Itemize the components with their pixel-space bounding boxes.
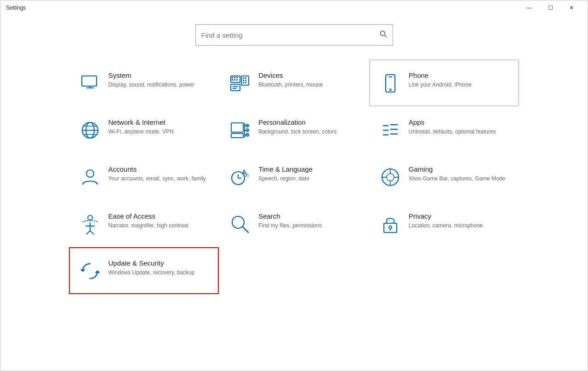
svg-rect-19 bbox=[231, 84, 240, 91]
svg-line-60 bbox=[86, 231, 90, 234]
devices-desc: Bluetooth, printers, mouse bbox=[258, 81, 359, 89]
network-title: Network & Internet bbox=[108, 118, 209, 126]
phone-title: Phone bbox=[409, 71, 509, 79]
gaming-title: Gaming bbox=[409, 165, 509, 173]
setting-item-phone[interactable]: Phone Link your Android, iPhone bbox=[369, 59, 519, 106]
search-text: Search Find my files, permissions bbox=[258, 212, 359, 230]
svg-point-62 bbox=[232, 216, 244, 228]
apps-desc: Uninstall, defaults, optional features bbox=[409, 128, 509, 136]
update-text: Update & Security Windows Update, recove… bbox=[108, 259, 209, 277]
accounts-title: Accounts bbox=[108, 165, 209, 173]
accounts-desc: Your accounts, email, sync, work, family bbox=[108, 175, 209, 183]
phone-text: Phone Link your Android, iPhone bbox=[409, 71, 509, 89]
close-button[interactable]: ✕ bbox=[561, 0, 582, 15]
svg-rect-7 bbox=[234, 77, 235, 78]
phone-icon bbox=[379, 72, 401, 94]
search-settings-icon bbox=[229, 213, 251, 235]
privacy-desc: Location, camera, microphone bbox=[409, 222, 509, 230]
time-icon: A あ bbox=[229, 166, 251, 188]
svg-rect-10 bbox=[234, 79, 235, 81]
devices-icon bbox=[229, 72, 251, 94]
svg-rect-13 bbox=[243, 77, 244, 79]
svg-point-24 bbox=[389, 89, 391, 91]
search-title: Search bbox=[258, 212, 359, 220]
devices-title: Devices bbox=[258, 71, 359, 79]
time-desc: Speech, region, date bbox=[258, 175, 359, 183]
minimize-button[interactable]: — bbox=[519, 0, 540, 15]
accounts-icon bbox=[79, 166, 101, 188]
search-input[interactable] bbox=[201, 31, 380, 39]
search-icon bbox=[380, 30, 387, 40]
setting-item-time[interactable]: A あ Time & Language Speech, region, date bbox=[219, 153, 369, 200]
svg-rect-31 bbox=[231, 133, 243, 138]
svg-rect-11 bbox=[236, 79, 238, 81]
personalization-text: Personalization Background, lock screen,… bbox=[258, 118, 359, 136]
svg-line-61 bbox=[90, 231, 94, 234]
setting-item-accounts[interactable]: Accounts Your accounts, email, sync, wor… bbox=[69, 153, 219, 200]
apps-icon bbox=[379, 119, 401, 141]
svg-point-65 bbox=[389, 226, 392, 229]
search-bar bbox=[195, 24, 393, 46]
setting-item-apps[interactable]: Apps Uninstall, defaults, optional featu… bbox=[369, 106, 519, 153]
svg-rect-15 bbox=[243, 80, 244, 81]
devices-text: Devices Bluetooth, printers, mouse bbox=[258, 71, 359, 89]
window-title: Settings bbox=[6, 5, 26, 11]
network-text: Network & Internet Wi-Fi, airplane mode,… bbox=[108, 118, 209, 136]
privacy-text: Privacy Location, camera, microphone bbox=[409, 212, 509, 230]
phone-desc: Link your Android, iPhone bbox=[409, 81, 509, 89]
gaming-desc: Xbox Game Bar, captures, Game Mode bbox=[409, 175, 509, 183]
maximize-button[interactable]: ☐ bbox=[540, 0, 561, 15]
ease-desc: Narrator, magnifier, high contrast bbox=[108, 222, 209, 230]
system-text: System Display, sound, notifications, po… bbox=[108, 71, 209, 89]
setting-item-network[interactable]: Network & Internet Wi-Fi, airplane mode,… bbox=[69, 106, 219, 153]
search-bar-container bbox=[0, 24, 588, 46]
svg-text:あ: あ bbox=[245, 172, 249, 177]
setting-item-personalization[interactable]: Personalization Background, lock screen,… bbox=[219, 106, 369, 153]
setting-item-devices[interactable]: Devices Bluetooth, printers, mouse bbox=[219, 59, 369, 106]
setting-item-search[interactable]: Search Find my files, permissions bbox=[219, 200, 369, 247]
svg-point-45 bbox=[86, 170, 94, 177]
setting-item-ease[interactable]: Ease of Access Narrator, magnifier, high… bbox=[69, 200, 219, 247]
privacy-icon bbox=[379, 213, 401, 235]
time-text: Time & Language Speech, region, date bbox=[258, 165, 359, 183]
svg-rect-17 bbox=[243, 82, 244, 83]
setting-item-system[interactable]: System Display, sound, notifications, po… bbox=[69, 59, 219, 106]
gaming-icon bbox=[379, 166, 401, 188]
update-desc: Windows Update, recovery, backup bbox=[108, 269, 209, 277]
gaming-text: Gaming Xbox Game Bar, captures, Game Mod… bbox=[409, 165, 509, 183]
settings-window: Settings — ☐ ✕ bbox=[0, 0, 588, 371]
settings-grid: System Display, sound, notifications, po… bbox=[41, 59, 547, 294]
svg-rect-30 bbox=[231, 123, 243, 132]
system-title: System bbox=[108, 71, 209, 79]
setting-item-privacy[interactable]: Privacy Location, camera, microphone bbox=[369, 200, 519, 247]
setting-item-update[interactable]: Update & Security Windows Update, recove… bbox=[69, 247, 219, 294]
svg-rect-2 bbox=[82, 76, 97, 86]
svg-rect-9 bbox=[232, 79, 233, 81]
system-icon bbox=[79, 72, 101, 94]
svg-rect-14 bbox=[245, 77, 246, 79]
svg-line-63 bbox=[243, 227, 248, 232]
svg-rect-64 bbox=[384, 223, 397, 232]
svg-rect-18 bbox=[245, 82, 246, 83]
svg-rect-6 bbox=[232, 77, 233, 78]
ease-text: Ease of Access Narrator, magnifier, high… bbox=[108, 212, 209, 230]
svg-rect-8 bbox=[236, 77, 238, 78]
search-desc: Find my files, permissions bbox=[258, 222, 359, 230]
apps-title: Apps bbox=[409, 118, 509, 126]
personalization-title: Personalization bbox=[258, 118, 359, 126]
ease-icon bbox=[79, 213, 101, 235]
svg-rect-16 bbox=[245, 80, 246, 81]
update-icon bbox=[79, 260, 101, 282]
accounts-text: Accounts Your accounts, email, sync, wor… bbox=[108, 165, 209, 183]
svg-line-1 bbox=[384, 35, 386, 37]
title-bar: Settings — ☐ ✕ bbox=[0, 0, 588, 15]
time-title: Time & Language bbox=[258, 165, 359, 173]
personalization-desc: Background, lock screen, colors bbox=[258, 128, 359, 136]
setting-item-gaming[interactable]: Gaming Xbox Game Bar, captures, Game Mod… bbox=[369, 153, 519, 200]
settings-content: System Display, sound, notifications, po… bbox=[0, 15, 588, 371]
privacy-title: Privacy bbox=[409, 212, 509, 220]
network-desc: Wi-Fi, airplane mode, VPN bbox=[108, 128, 209, 136]
personalization-icon bbox=[229, 119, 251, 141]
window-controls: — ☐ ✕ bbox=[519, 0, 582, 15]
system-desc: Display, sound, notifications, power bbox=[108, 81, 209, 89]
